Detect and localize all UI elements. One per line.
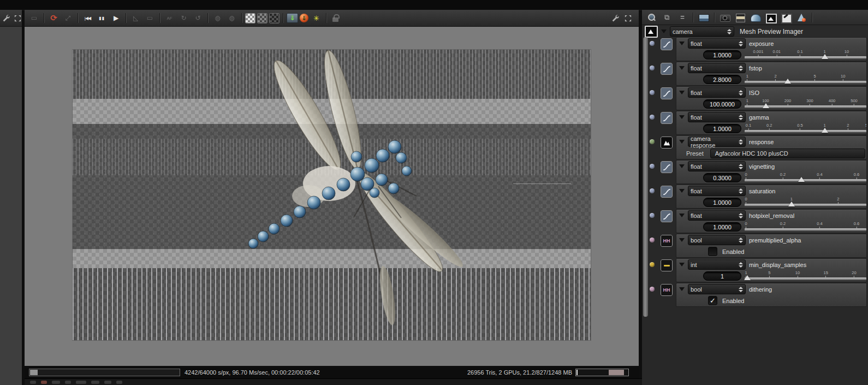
restart-render-icon[interactable]: |◀◀ (81, 12, 94, 25)
param-type-dropdown[interactable]: float (688, 112, 746, 122)
spinner-icon[interactable] (727, 29, 732, 34)
param-slider[interactable]: 0.0010.010.1110 (744, 49, 866, 61)
param-type-icon[interactable]: HH (661, 284, 673, 296)
wrench-icon[interactable] (2, 14, 10, 22)
preset-dropdown[interactable]: Agfacolor HDC 100 plusCD (710, 149, 865, 158)
measure-icon[interactable]: ◺ (129, 12, 142, 25)
param-type-dropdown[interactable]: float (688, 38, 746, 49)
param-slider[interactable]: 1100200300400500 (744, 98, 866, 110)
collapse-triangle-icon[interactable] (661, 29, 667, 33)
param-slider[interactable]: 012 (744, 197, 866, 208)
spinner-icon[interactable] (739, 262, 743, 268)
light-boost-icon[interactable]: ✳ (310, 12, 323, 25)
param-slider[interactable]: 00.20.40.6 (744, 221, 866, 233)
param-checkbox[interactable] (708, 247, 717, 256)
param-value-field[interactable]: 100.0000 (703, 99, 741, 109)
param-type-icon[interactable] (661, 87, 673, 99)
param-value-field[interactable]: 1.0000 (703, 124, 741, 133)
param-type-dropdown[interactable]: int (688, 259, 746, 270)
param-value-field[interactable]: 1.0000 (703, 222, 741, 232)
param-slider[interactable]: 0.10.20.5125 (744, 123, 866, 134)
collapse-triangle-icon[interactable] (679, 238, 685, 242)
param-type-dropdown[interactable]: camera response (688, 137, 746, 147)
slider-marker[interactable] (822, 128, 828, 133)
orbit-icon[interactable]: ↻ (177, 12, 190, 25)
param-slider[interactable]: 00.20.40.6 (744, 172, 866, 183)
param-type-icon[interactable] (661, 161, 673, 173)
panel-scrollbar[interactable] (643, 37, 648, 317)
pan-icon[interactable]: ↺ (192, 12, 204, 25)
param-type-dropdown[interactable]: bool (688, 284, 746, 294)
param-value-field[interactable]: 0.3000 (703, 173, 741, 182)
image-thumbnail-icon[interactable] (697, 11, 710, 23)
film-curve-icon[interactable] (749, 11, 762, 23)
slider-marker[interactable] (822, 54, 828, 59)
collapse-triangle-icon[interactable] (679, 140, 685, 144)
spinner-icon[interactable] (739, 188, 743, 194)
param-checkbox[interactable]: ✓ (708, 296, 717, 305)
alpha-white-icon[interactable] (245, 13, 255, 23)
collapse-triangle-icon[interactable] (679, 42, 685, 45)
collapse-triangle-icon[interactable] (679, 66, 685, 70)
list-lines-icon[interactable]: = (676, 11, 689, 23)
histogram-icon[interactable] (764, 11, 777, 23)
histogram-icon[interactable] (645, 26, 658, 38)
slider-marker[interactable] (798, 177, 805, 182)
spinner-icon[interactable] (739, 287, 743, 292)
lock-icon[interactable] (330, 12, 342, 25)
render-canvas[interactable] (25, 27, 639, 366)
tonemap-bands-icon[interactable] (734, 11, 747, 23)
sphere-view-alt-icon[interactable]: ◍ (225, 12, 238, 25)
alpha-checker-icon[interactable] (257, 13, 267, 23)
param-type-icon[interactable] (661, 63, 673, 75)
slider-marker[interactable] (784, 79, 791, 84)
material-ball-icon[interactable] (795, 11, 808, 23)
sphere-view-icon[interactable]: ◍ (211, 12, 224, 25)
param-value-field[interactable]: 1 (703, 271, 741, 281)
param-slider[interactable]: 12510 (744, 74, 866, 85)
wrench-icon[interactable] (611, 14, 620, 22)
spinner-icon[interactable] (739, 139, 743, 145)
display-monitor-icon[interactable]: ▭ (144, 12, 156, 25)
param-value-field[interactable]: 1.0000 (703, 50, 741, 60)
imager-type-dropdown[interactable]: camera (670, 26, 734, 37)
collapse-triangle-icon[interactable] (679, 214, 685, 217)
collapse-triangle-icon[interactable] (679, 263, 685, 266)
autofocus-icon[interactable]: AF (163, 12, 176, 25)
param-type-dropdown[interactable]: float (688, 161, 746, 171)
param-type-icon[interactable] (661, 137, 673, 149)
slider-marker[interactable] (788, 202, 795, 206)
abort-render-icon[interactable]: ⟳ (47, 12, 60, 25)
param-type-dropdown[interactable]: float (688, 210, 746, 221)
param-type-icon[interactable] (661, 210, 673, 222)
param-type-icon[interactable] (661, 259, 673, 271)
param-type-icon[interactable] (661, 112, 673, 124)
param-type-dropdown[interactable]: float (688, 87, 746, 98)
spinner-icon[interactable] (739, 115, 743, 120)
resume-render-icon[interactable]: ▶ (110, 12, 122, 25)
camera-icon[interactable] (718, 11, 732, 23)
spinner-icon[interactable] (739, 66, 743, 71)
expand-icon[interactable] (14, 14, 22, 22)
resize-render-icon[interactable]: ⤢ (62, 12, 74, 25)
param-type-icon[interactable]: HH (661, 235, 673, 247)
build-image-icon[interactable] (780, 11, 793, 23)
spinner-icon[interactable] (739, 213, 743, 218)
alpha-black-icon[interactable] (269, 13, 280, 23)
expand-icon[interactable] (624, 14, 632, 22)
layers-icon[interactable]: ⧉ (661, 11, 674, 23)
collapse-triangle-icon[interactable] (679, 115, 685, 119)
pause-render-icon[interactable]: ▮▮ (96, 12, 108, 25)
slider-marker[interactable] (744, 275, 751, 280)
spinner-icon[interactable] (739, 90, 743, 96)
export-render-icon[interactable]: ⇓ (300, 14, 308, 22)
param-value-field[interactable]: 2.8000 (703, 75, 741, 84)
save-render-icon[interactable]: ⇓ (287, 13, 298, 23)
collapse-triangle-icon[interactable] (679, 287, 685, 291)
preview-zoom-icon[interactable] (645, 11, 658, 23)
param-type-dropdown[interactable]: float (688, 63, 746, 73)
param-slider[interactable]: 15101520 (744, 270, 866, 282)
param-type-dropdown[interactable]: float (688, 186, 746, 196)
collapse-triangle-icon[interactable] (679, 164, 685, 168)
collapse-triangle-icon[interactable] (679, 91, 685, 94)
